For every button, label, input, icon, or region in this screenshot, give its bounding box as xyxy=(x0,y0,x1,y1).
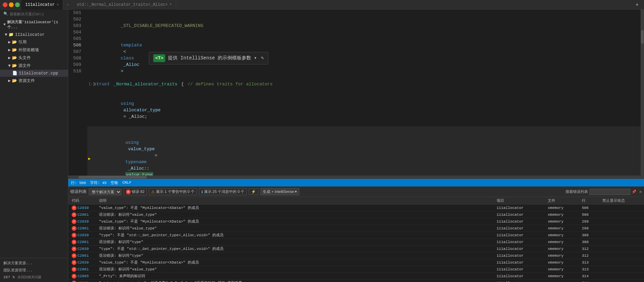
solution-expand-icon: ▼ xyxy=(3,23,6,27)
error-row-1[interactable]: ✕C2061 语法错误: 标识符"value_type" 111allocato… xyxy=(68,211,644,218)
error-row-10[interactable]: ✕C2065 "_Prty": 未声明的标识符 111allocator xme… xyxy=(68,273,644,280)
status-eol: CRLF xyxy=(122,181,131,185)
error-row-4[interactable]: ✕C2039 "type": 不是 "std::_Get_pointer_typ… xyxy=(68,232,644,239)
cell-line-2: 299 xyxy=(581,220,601,224)
close-button[interactable] xyxy=(3,2,8,7)
code-line-504: [-] struct _Normal_allocator_traits { //… xyxy=(87,81,641,87)
maximize-button[interactable] xyxy=(15,2,20,7)
cell-code-10: ✕C2065 xyxy=(70,274,98,279)
window-controls[interactable] xyxy=(3,2,20,7)
error-row-9[interactable]: ✕C2061 语法错误: 标识符"value_type" 111allocato… xyxy=(68,266,644,273)
warnings-label: 展示 1 个警告中的 0 个 xyxy=(156,189,194,194)
error-row-6[interactable]: ✕C2039 "type": 不是 "std::_Get_pointer_typ… xyxy=(68,245,644,252)
error-row-8[interactable]: ✕C2039 "value_type": 不是 "MyAllocator<XDa… xyxy=(68,259,644,266)
tab-normal-allocator[interactable]: std::_Normal_allocator_traits<_Alloc> × xyxy=(73,0,176,10)
cell-line-0: 506 xyxy=(581,206,601,210)
tab1-close-icon[interactable]: × xyxy=(57,3,59,7)
ln-507: 507 xyxy=(70,48,83,55)
errors-count-button[interactable]: ✕ 错误 82 xyxy=(124,188,147,195)
sidebar-solution-section[interactable]: ▼ 解决方案'111allocator'(1个... xyxy=(0,18,68,31)
status-col: 字符: 45 xyxy=(90,180,106,185)
filter-icon-button[interactable]: ⚡ xyxy=(249,188,258,195)
error-row-11[interactable]: ✕C2923 "std::pointer_traits": 对于参数"_Ty"，… xyxy=(68,280,644,282)
cell-proj-11: 111allocator xyxy=(495,281,546,282)
add-tab-button[interactable]: + xyxy=(633,1,641,8)
tab2-close-icon[interactable]: × xyxy=(170,3,172,6)
error-row-5[interactable]: ✕C2061 语法错误: 标识符"type" 111allocator xmem… xyxy=(68,239,644,245)
ln-501: 501 xyxy=(70,10,83,16)
cell-line-8: 313 xyxy=(581,260,601,265)
error-row-0[interactable]: ✕C2039 "value_type": 不是 "MyAllocator<XDa… xyxy=(68,205,644,211)
kw-using-506: using xyxy=(125,140,139,145)
ln-510: 510 xyxy=(70,68,83,74)
cell-desc-2: "value_type": 不是 "MyAllocator<XData>" 的成… xyxy=(98,219,495,224)
fold-button-504[interactable]: [-] xyxy=(89,81,93,87)
sidebar-source-file-item[interactable]: 📄 111allocator.cpp xyxy=(0,70,68,77)
code-line-506: ► using value_type = typename _Alloc:: v… xyxy=(87,126,641,175)
col-code: 代码 xyxy=(70,198,98,203)
error-filter-dropdown[interactable]: 整个解决方案 xyxy=(89,188,121,195)
code-content[interactable]: _STL_DISABLE_DEPRECATED_WARNING template… xyxy=(86,10,641,175)
line505-content: using allocator_type = _Alloc; xyxy=(87,87,161,126)
sidebar-external-label: 外部依赖项 xyxy=(18,47,39,53)
pin-icon[interactable]: 📌 xyxy=(632,189,636,194)
horizontal-scrollbar[interactable] xyxy=(68,175,644,179)
sidebar-refs-item[interactable]: ▶ 📂 引用 xyxy=(0,38,68,46)
cell-proj-8: 111allocator xyxy=(495,260,546,265)
panel-close-icon[interactable]: ✕ xyxy=(639,189,642,195)
error-row-7[interactable]: ✕C2061 语法错误: 标识符"type" 111allocator xmem… xyxy=(68,252,644,259)
sidebar-resources-item[interactable]: ▶ 📂 资源文件 xyxy=(0,77,68,85)
sidebar-resources-label: 资源文件 xyxy=(18,78,35,84)
ident-alloc: _Alloc xyxy=(121,62,140,67)
tooltip-edit-icon[interactable]: ✎ xyxy=(261,55,264,61)
cell-code-0: ✕C2039 xyxy=(70,206,98,210)
kw-using-505: using xyxy=(121,101,134,106)
cell-proj-1: 111allocator xyxy=(495,213,546,217)
macro-stl-disable: _STL_DISABLE_DEPRECATED_WARNING xyxy=(121,23,203,28)
cell-line-11: 314 xyxy=(581,281,601,282)
h-scrollbar-thumb[interactable] xyxy=(78,176,147,179)
external-folder-icon: 📂 xyxy=(12,47,17,53)
cell-desc-3: 语法错误: 标识符"value_type" xyxy=(98,226,495,231)
vertical-scrollbar[interactable] xyxy=(641,10,644,175)
sidebar-project-item[interactable]: ▼ 📁 111allocator xyxy=(0,31,68,38)
sidebar-team-btn[interactable]: 团队资源管理... xyxy=(0,267,68,274)
tooltip-dropdown-icon[interactable]: ▾ xyxy=(254,55,257,61)
external-expand-icon: ▶ xyxy=(8,47,11,53)
ident-value-type: value_type xyxy=(125,146,155,152)
line502-content: _STL_DISABLE_DEPRECATED_WARNING xyxy=(87,16,203,36)
status-spaces-label: 空格 xyxy=(111,180,118,185)
solution-search-input[interactable] xyxy=(10,12,54,16)
build-button[interactable]: 生成 + IntelliSense ▾ xyxy=(260,188,299,195)
warnings-button[interactable]: ⚠ 展示 1 个警告中的 0 个 xyxy=(149,188,197,195)
error-row-2[interactable]: ✕C2039 "value_type": 不是 "MyAllocator<XDa… xyxy=(68,218,644,225)
cell-proj-2: 111allocator xyxy=(495,220,546,224)
refs-folder-icon: 📂 xyxy=(12,40,17,45)
messages-button[interactable]: ℹ 展示 25 个消息中的 0 个 xyxy=(199,188,247,195)
cell-line-6: 312 xyxy=(581,247,601,251)
err-icon-6: ✕ xyxy=(72,246,76,251)
search-icon: 🔍 xyxy=(3,12,8,16)
line503-content: template < class _Alloc > xyxy=(87,36,142,81)
sidebar-search-header[interactable]: 🔍 xyxy=(0,10,68,18)
sidebar-project-label: 111allocator xyxy=(15,32,44,37)
cell-proj-5: 111allocator xyxy=(495,240,546,244)
col-desc: 说明 xyxy=(98,198,495,203)
ident-alloc-colon: _Alloc:: xyxy=(125,166,149,171)
zoom-label: 267 % xyxy=(3,275,15,279)
cell-file-7: xmemory xyxy=(546,254,581,258)
error-row-3[interactable]: ✕C2061 语法错误: 标识符"value_type" 111allocato… xyxy=(68,225,644,232)
minimize-button[interactable] xyxy=(9,2,14,7)
line-numbers: 501 502 503 504 505 506 507 508 509 510 xyxy=(68,10,86,175)
scrollbar-thumb[interactable] xyxy=(641,30,644,44)
sidebar-solution-btn[interactable]: 解决方案资源... xyxy=(0,259,68,267)
sidebar-sources-item[interactable]: ▼ 📂 源文件 xyxy=(0,62,68,70)
status-line-label: 行: 506 xyxy=(71,180,86,185)
status-bar: 行: 506 字符: 45 空格 CRLF xyxy=(68,179,644,186)
sidebar-external-item[interactable]: ▶ 📂 外部依赖项 xyxy=(0,46,68,54)
sidebar: 🔍 ▼ 解决方案'111allocator'(1个... ▼ 📁 111allo… xyxy=(0,10,68,282)
status-line: 行: 506 xyxy=(71,180,86,185)
error-search-input[interactable] xyxy=(589,189,630,195)
sidebar-headers-item[interactable]: ▶ 📂 头文件 xyxy=(0,54,68,62)
tab-111allocator[interactable]: 111allocator × xyxy=(21,0,63,10)
